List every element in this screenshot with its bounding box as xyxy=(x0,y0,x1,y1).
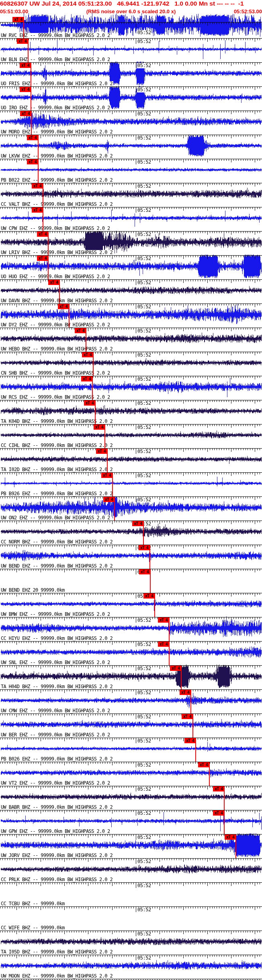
phase-pick-line[interactable] xyxy=(31,63,31,86)
phase-pick-line[interactable] xyxy=(150,569,151,593)
trace-row[interactable]: TA I05D BHZ -- 99999.0km BW_HIGHPASS 2.0… xyxy=(0,931,262,955)
trace-row[interactable]: CC CIHL BHZ -- 99999.0km BW_HIGHPASS 2.0… xyxy=(0,424,262,448)
phase-pick-line[interactable] xyxy=(235,834,236,858)
phase-pick-line[interactable] xyxy=(224,810,225,834)
phase-pick-line[interactable] xyxy=(114,497,115,521)
phase-pick-flag[interactable]: xT 4 xyxy=(158,642,169,647)
phase-pick-flag[interactable]: xT 4 xyxy=(27,135,38,140)
trace-row[interactable]: CC WIFE BHZ -- 99999.0km05:52 xyxy=(0,906,262,931)
phase-pick-flag[interactable]: xT 4 xyxy=(27,159,38,164)
phase-pick-line[interactable] xyxy=(92,376,93,400)
phase-pick-line[interactable] xyxy=(69,304,70,328)
phase-pick-flag[interactable]: xT 4 xyxy=(132,521,143,526)
trace-row[interactable]: UW CPW EHZ -- 99999.0km BW_HIGHPASS 2.0 … xyxy=(0,207,262,231)
phase-pick-flag[interactable]: xT 4 xyxy=(82,352,93,357)
phase-pick-line[interactable] xyxy=(169,642,170,665)
phase-pick-flag[interactable]: xT 4 xyxy=(101,473,113,478)
trace-row[interactable]: UW BLN EHZ -- 99999.0km BW_HIGHPASS 2.0 … xyxy=(0,38,262,62)
phase-pick-line[interactable] xyxy=(43,183,43,207)
trace-row[interactable]: UW VT2 EHZ -- 99999.0km BW_HIGHPASS 2.0 … xyxy=(0,762,262,786)
phase-pick-flag[interactable]: xT 4 xyxy=(213,786,224,791)
phase-pick-line[interactable] xyxy=(23,17,24,38)
trace-row[interactable]: UW ON2 EHZ -- 99999.0km BW_HIGHPASS 2.0 … xyxy=(0,496,262,521)
phase-pick-line[interactable] xyxy=(190,690,191,713)
phase-pick-line[interactable] xyxy=(43,207,43,231)
trace-row[interactable]: CN SHB BHZ -- 99999.0km BW_HIGHPASS 2.0 … xyxy=(0,352,262,376)
trace-row[interactable]: PB B926 EHZ -- 99999.0km BW_HIGHPASS 2.0… xyxy=(0,472,262,496)
phase-pick-line[interactable] xyxy=(143,521,144,545)
phase-pick-flag[interactable]: xT 4 xyxy=(17,39,28,44)
phase-pick-line[interactable] xyxy=(31,111,32,135)
phase-pick-flag[interactable]: xT 4 xyxy=(20,87,31,92)
phase-pick-flag[interactable]: xT 4 xyxy=(182,714,193,719)
phase-pick-flag[interactable]: xT 4 xyxy=(143,593,155,599)
trace-row[interactable]: UW GPW EHZ -- 99999.0km BW_HIGHPASS 2.0 … xyxy=(0,810,262,834)
phase-pick-flag[interactable]: xT 4 xyxy=(58,304,69,309)
phase-pick-line[interactable] xyxy=(31,87,31,111)
trace-row[interactable]: UW DAVN BHZ -- 99999.0km BW_HIGHPASS 2.0… xyxy=(0,279,262,303)
trace-row[interactable]: UW LKVW EHZ -- 99999.0km BW_HIGHPASS 2.0… xyxy=(0,135,262,159)
trace-row[interactable]: UW SNL EHZ -- 99999.0km BW_HIGHPASS 2.0 … xyxy=(0,641,262,665)
phase-pick-flag[interactable]: xT 4 xyxy=(20,63,31,68)
trace-row[interactable]: TA I02D BHZ -- 99999.0km BW_HIGHPASS 2.0… xyxy=(0,448,262,472)
phase-pick-flag[interactable]: xT 4 xyxy=(32,183,43,189)
phase-pick-line[interactable] xyxy=(104,424,105,448)
trace-row[interactable]: UO FRIS EHZ -- 99999.0km BW_HIGHPASS 2.0… xyxy=(0,62,262,86)
trace-row[interactable]: UW RCS EHZ -- 99999.0km BW_HIGHPASS 2.0 … xyxy=(0,376,262,400)
phase-pick-flag[interactable]: xT 4 xyxy=(96,449,107,454)
trace-row[interactable]: CC VALT BHZ -- 99999.0km BW_HIGHPASS 2.0… xyxy=(0,183,262,207)
trace-row[interactable]: CC PRLK BHZ -- 99999.0km BW_HIGHPASS 2.0… xyxy=(0,858,262,882)
trace-row[interactable]: TA K04D BHZ -- 99999.0km BW_HIGHPASS 2.0… xyxy=(0,400,262,424)
phase-pick-line[interactable] xyxy=(48,256,49,279)
phase-pick-flag[interactable]: xT 4 xyxy=(32,207,43,213)
trace-row[interactable]: UW MOON EHZ -- 99999.0km BW_HIGHPASS 2.0… xyxy=(0,955,262,979)
trace-row[interactable]: UW BER EHZ -- 99999.0km BW_HIGHPASS 2.0 … xyxy=(0,713,262,738)
trace-row[interactable]: UW BABR BHZ -- 99999.0km BW_HIGHPASS 2.0… xyxy=(0,786,262,810)
phase-pick-line[interactable] xyxy=(107,449,108,472)
trace-row[interactable]: TA H04D BHZ -- 99999.0km BW_HIGHPASS 2.0… xyxy=(0,665,262,689)
trace-row[interactable]: UW JORV EHZ -- 99999.0km BW_HIGHPASS 2.0… xyxy=(0,834,262,858)
phase-pick-flag[interactable]: xT 4 xyxy=(75,328,86,333)
trace-row[interactable]: UO HUO EHZ -- 99999.0km BW_HIGHPASS 2.0 … xyxy=(0,255,262,279)
phase-pick-line[interactable] xyxy=(28,39,29,62)
phase-pick-flag[interactable]: xT 4 xyxy=(139,569,150,574)
trace-row[interactable]: UW HEBO BHZ -- 99999.0km BW_HIGHPASS 2.0… xyxy=(0,328,262,352)
trace-row[interactable]: PB B026 EHZ -- 99999.0km BW_HIGHPASS 2.0… xyxy=(0,738,262,762)
phase-pick-line[interactable] xyxy=(169,617,170,641)
phase-pick-flag[interactable]: xT 4 xyxy=(12,17,24,22)
phase-pick-flag[interactable]: xT 4 xyxy=(225,834,236,840)
trace-row[interactable]: CC NORM BHZ -- 99999.0km BW_HIGHPASS 2.0… xyxy=(0,521,262,545)
trace-row[interactable]: UW BMW EHZ -- 99999.0km BW_HIGHPASS 2.0 … xyxy=(0,593,262,617)
phase-pick-flag[interactable]: xT 4 xyxy=(81,376,92,381)
phase-pick-flag[interactable]: xT 4 xyxy=(94,424,105,430)
phase-pick-line[interactable] xyxy=(112,473,113,496)
trace-row[interactable]: CC TCBU BHZ -- 99999.0km05:52 xyxy=(0,882,262,906)
trace-row[interactable]: PB B022 EHZ -- 99999.0km BW_HIGHPASS 2.0… xyxy=(0,159,262,183)
trace-row[interactable]: UW CMW EHZ -- 99999.0km BW_HIGHPASS 2.0 … xyxy=(0,689,262,713)
phase-pick-line[interactable] xyxy=(38,135,39,159)
phase-pick-flag[interactable]: xT 4 xyxy=(20,111,31,116)
phase-pick-flag[interactable]: xT 4 xyxy=(37,232,48,237)
phase-pick-line[interactable] xyxy=(192,714,193,738)
trace-row[interactable]: UO IRO EHZ -- 99999.0km BW_HIGHPASS 2.0 … xyxy=(0,86,262,111)
phase-pick-line[interactable] xyxy=(93,352,94,376)
phase-pick-flag[interactable]: xT 4 xyxy=(139,545,150,550)
trace-row[interactable]: UW MORO EHZ -- 99999.0km BW_HIGHPASS 2.0… xyxy=(0,111,262,135)
phase-pick-line[interactable] xyxy=(154,593,155,617)
phase-pick-flag[interactable]: xT 4 xyxy=(184,738,196,743)
trace-row[interactable]: UW BEND EHZ 20 99999.0km05:52xT 4 xyxy=(0,569,262,593)
phase-pick-line[interactable] xyxy=(224,786,225,810)
phase-pick-flag[interactable]: xT 4 xyxy=(84,400,95,406)
phase-pick-flag[interactable]: xT 4 xyxy=(103,497,115,502)
phase-pick-flag[interactable]: xT 4 xyxy=(158,617,169,623)
phase-pick-line[interactable] xyxy=(38,159,39,183)
phase-pick-line[interactable] xyxy=(59,280,60,303)
trace-row[interactable]: UW LRIV BHZ -- 99999.0km BW_HIGHPASS 2.0… xyxy=(0,231,262,255)
trace-row[interactable]: UW DY2 EHZ -- 99999.0km BW_HIGHPASS 2.0 … xyxy=(0,303,262,328)
trace-row[interactable]: CC HIYU EHZ -- 99999.0km BW_HIGHPASS 2.0… xyxy=(0,617,262,641)
phase-pick-flag[interactable]: xT 4 xyxy=(37,256,48,261)
phase-pick-line[interactable] xyxy=(181,666,182,689)
trace-row[interactable]: UW BEND EHZ -- 99999.0km BW_HIGHPASS 2.0… xyxy=(0,545,262,569)
phase-pick-line[interactable] xyxy=(48,232,49,255)
phase-pick-line[interactable] xyxy=(195,738,196,762)
